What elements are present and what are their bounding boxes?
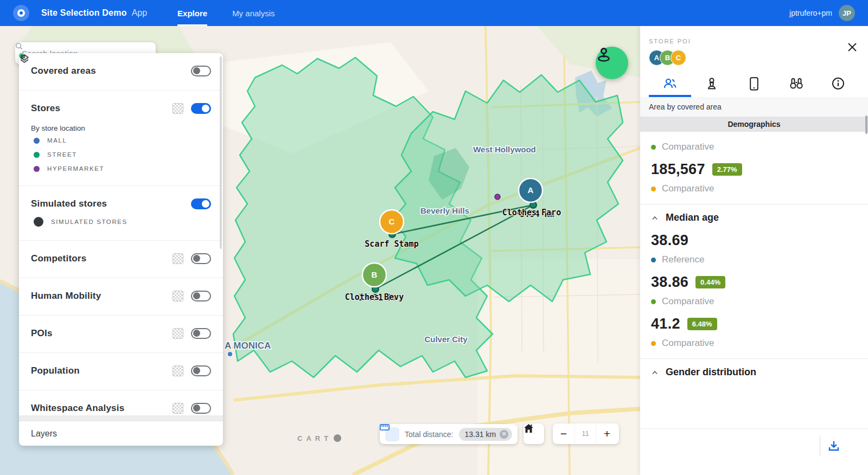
layer-title-stores[interactable]: Stores [31, 103, 165, 114]
legend-item-street: STREET [19, 147, 223, 162]
smartphone-icon [750, 77, 758, 91]
opacity-swatch-pois[interactable] [173, 328, 183, 339]
close-icon[interactable] [846, 41, 858, 53]
city-label-west-hollywood: West Hollywood [473, 145, 536, 154]
svg-text:B: B [372, 270, 378, 279]
add-location-fab[interactable] [596, 47, 628, 79]
username-label: jptrufero+pm [789, 9, 832, 17]
details-footer [640, 428, 868, 475]
layers-panel: Covered areas Stores By store location M… [19, 53, 223, 446]
app-header: Site Selection Demo App Explore My analy… [0, 0, 868, 26]
spot-pin-icon [596, 47, 612, 63]
carto-attribution: CART [297, 434, 332, 442]
legend-item-simulated-stores: SIMULATED STORES [19, 213, 223, 230]
toggle-pois[interactable] [191, 328, 211, 339]
opacity-swatch-competitors[interactable] [173, 253, 183, 264]
top-navigation: Explore My analysis [177, 0, 275, 26]
mall-dot [34, 138, 40, 144]
layer-title-population[interactable]: Population [31, 365, 165, 376]
layer-section-population: Population [19, 353, 223, 390]
panel-gap [19, 415, 223, 421]
median-age-comp2-badge: 6.48% [687, 318, 717, 330]
median-age-comp1-value: 38.86 [651, 274, 688, 291]
zoom-in-button[interactable]: + [596, 423, 618, 444]
tab-pois[interactable] [775, 72, 818, 97]
carto-attribution-dot [334, 434, 341, 442]
layer-title-competitors[interactable]: Competitors [31, 253, 165, 264]
store-label-a: Clothes Faro [502, 208, 561, 217]
median-age-header[interactable]: Median age [651, 212, 857, 223]
download-icon [828, 440, 840, 452]
layer-title-human-mobility[interactable]: Human Mobility [31, 291, 165, 301]
median-age-comp2-row: 41.2 6.48% [651, 316, 857, 332]
median-age-reference-label: Reference [651, 254, 857, 265]
gender-distribution-header[interactable]: Gender distribution [651, 367, 857, 378]
layer-section-pois: POIs [19, 316, 223, 353]
nav-tab-explore[interactable]: Explore [177, 0, 207, 26]
population-comparative-green: Comparative [651, 142, 857, 152]
map-canvas[interactable]: West Hollywood Beverly Hills Culver City… [0, 26, 640, 475]
tab-competition[interactable] [691, 72, 733, 97]
clear-distance-icon[interactable]: ✕ [500, 430, 508, 439]
toggle-whitespace[interactable] [191, 403, 211, 414]
layers-icon [19, 53, 30, 64]
toggle-population[interactable] [191, 365, 211, 376]
hypermarket-store-dot[interactable] [495, 194, 500, 200]
orange-dot [651, 187, 656, 191]
avatar[interactable]: JP [839, 5, 855, 21]
toggle-stores[interactable] [191, 103, 211, 114]
legend-item-hypermarket: HYPERMARKET [19, 162, 223, 176]
toggle-human-mobility[interactable] [191, 291, 211, 301]
store-chip-c[interactable]: C [671, 50, 686, 66]
zoom-out-button[interactable]: − [553, 423, 575, 444]
layer-section-simulated-stores: Simulated stores SIMULATED STORES [19, 186, 223, 241]
area-selector[interactable]: Area by covered area [640, 97, 868, 117]
population-value: 185,567 [651, 161, 705, 178]
layer-section-whitespace: Whitespace Analysis [19, 390, 223, 415]
layer-section-competitors: Competitors [19, 241, 223, 278]
layer-title-covered-areas[interactable]: Covered areas [31, 66, 183, 76]
home-icon [524, 423, 534, 433]
opacity-swatch-human-mobility[interactable] [173, 291, 183, 301]
demographics-section-title: Demographics [727, 120, 780, 129]
app-logo-icon[interactable] [13, 5, 29, 21]
median-age-reference-value: 38.69 [651, 232, 688, 249]
panel-scrollbar[interactable] [220, 56, 222, 249]
layer-title-pois[interactable]: POIs [31, 328, 165, 339]
layers-footer[interactable]: Layers [19, 421, 223, 446]
toggle-covered-areas[interactable] [191, 66, 211, 76]
layer-title-whitespace[interactable]: Whitespace Analysis [31, 403, 165, 414]
tab-demographics[interactable] [649, 72, 691, 97]
toggle-simulated-stores[interactable] [191, 198, 211, 209]
median-age-comp2-label: Comparative [651, 338, 857, 349]
toggle-competitors[interactable] [191, 253, 211, 264]
footer-divider [820, 435, 820, 456]
total-distance-widget: Total distance: 13.31 km ✕ [380, 424, 518, 444]
tab-mobility[interactable] [733, 72, 775, 97]
orange-dot [651, 341, 656, 346]
opacity-swatch-stores[interactable] [173, 103, 183, 114]
binoculars-icon [789, 78, 803, 89]
people-icon [663, 78, 677, 89]
stores-legend-title: By store location [19, 118, 223, 133]
chevron-up-icon [651, 369, 659, 376]
home-button[interactable] [524, 423, 544, 444]
store-label-b: Clothes Bevy [345, 292, 404, 302]
details-panel: STORE POI A B C [640, 26, 868, 475]
search-icon [15, 42, 23, 50]
details-tabs [640, 72, 868, 97]
svg-text:A: A [528, 185, 534, 195]
tab-info[interactable] [817, 72, 859, 97]
opacity-swatch-whitespace[interactable] [173, 403, 183, 414]
zoom-control: − 11 + [553, 423, 619, 444]
demographics-section-bar[interactable]: Demographics [640, 117, 868, 132]
city-label-culver-city: Culver City [424, 335, 468, 344]
hypermarket-dot [34, 166, 40, 172]
layer-section-stores: Stores By store location MALL STREET HYP… [19, 91, 223, 186]
download-button[interactable] [826, 438, 842, 454]
details-scrollbar[interactable] [865, 115, 867, 134]
chevron-up-icon [651, 214, 659, 222]
nav-tab-my-analysis[interactable]: My analysis [232, 0, 275, 26]
layer-title-simulated-stores[interactable]: Simulated stores [31, 198, 183, 209]
opacity-swatch-population[interactable] [173, 365, 183, 376]
